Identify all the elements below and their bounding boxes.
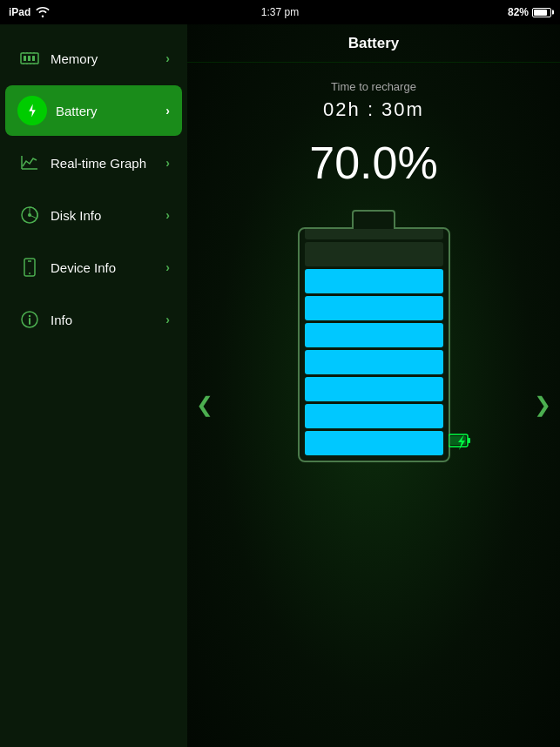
sidebar-item-disk[interactable]: Disk Info › bbox=[5, 190, 182, 240]
nav-arrow-right[interactable]: ❯ bbox=[534, 393, 551, 417]
battery-percent-label: 82% bbox=[508, 6, 529, 18]
disk-chevron: › bbox=[165, 208, 170, 222]
sidebar: Memory › Battery › Real-time Graph bbox=[0, 24, 187, 747]
charging-icon bbox=[449, 433, 475, 452]
realtime-label: Real-time Graph bbox=[51, 156, 165, 171]
top-bar: Battery bbox=[187, 24, 560, 63]
disk-icon bbox=[17, 203, 42, 227]
battery-visual bbox=[298, 210, 450, 462]
memory-label: Memory bbox=[51, 51, 165, 66]
graph-icon bbox=[17, 151, 42, 175]
svg-rect-3 bbox=[32, 56, 35, 61]
wifi-icon bbox=[36, 7, 50, 17]
svg-point-16 bbox=[28, 213, 31, 217]
time-label: Time to recharge bbox=[331, 80, 416, 93]
realtime-chevron: › bbox=[165, 156, 170, 170]
battery-segments bbox=[300, 227, 449, 461]
svg-rect-24 bbox=[468, 438, 470, 443]
device-label: Device Info bbox=[51, 260, 165, 275]
sidebar-item-info[interactable]: Info › bbox=[5, 294, 182, 345]
battery-segment-6 bbox=[305, 377, 443, 401]
svg-point-19 bbox=[29, 273, 30, 274]
sidebar-item-battery[interactable]: Battery › bbox=[5, 85, 182, 136]
info-label: Info bbox=[51, 313, 165, 327]
memory-chevron: › bbox=[165, 51, 170, 65]
battery-segment-5 bbox=[305, 350, 443, 374]
battery-percentage: 70.0% bbox=[309, 137, 437, 189]
info-icon bbox=[17, 307, 42, 332]
time-display: 1:37 pm bbox=[261, 6, 299, 18]
battery-segment-4 bbox=[305, 323, 443, 347]
svg-marker-12 bbox=[29, 104, 36, 118]
battery-segment-8 bbox=[305, 431, 443, 455]
battery-content: ❮ ❯ Time to recharge 02h : 30m 70.0% bbox=[187, 63, 560, 747]
battery-segment-1 bbox=[305, 242, 443, 266]
battery-segment-2 bbox=[305, 269, 443, 293]
battery-nav-icon-circle bbox=[17, 96, 47, 125]
sidebar-item-device[interactable]: Device Info › bbox=[5, 242, 182, 293]
battery-segment-0 bbox=[305, 227, 443, 239]
sidebar-item-realtime[interactable]: Real-time Graph › bbox=[5, 138, 182, 188]
device-label: iPad bbox=[9, 6, 30, 18]
battery-segment-3 bbox=[305, 296, 443, 320]
memory-icon bbox=[17, 46, 42, 71]
status-right: 82% bbox=[508, 6, 551, 18]
battery-status-icon bbox=[532, 8, 551, 17]
time-value: 02h : 30m bbox=[323, 98, 424, 121]
battery-segment-7 bbox=[305, 404, 443, 428]
main-layout: Memory › Battery › Real-time Graph bbox=[0, 24, 560, 747]
svg-rect-1 bbox=[24, 56, 26, 61]
device-chevron: › bbox=[165, 260, 170, 274]
battery-terminal bbox=[352, 210, 395, 229]
battery-chevron: › bbox=[165, 104, 170, 118]
disk-label: Disk Info bbox=[51, 208, 165, 223]
page-title: Battery bbox=[348, 35, 400, 52]
device-icon bbox=[17, 255, 42, 279]
nav-arrow-left[interactable]: ❮ bbox=[196, 393, 213, 417]
info-chevron: › bbox=[165, 313, 170, 326]
svg-rect-2 bbox=[28, 56, 30, 61]
svg-point-21 bbox=[29, 315, 30, 317]
battery-label: Battery bbox=[56, 104, 165, 118]
status-bar: iPad 1:37 pm 82% bbox=[0, 0, 560, 24]
sidebar-item-memory[interactable]: Memory › bbox=[5, 33, 182, 84]
content-area: Battery ❮ ❯ Time to recharge 02h : 30m 7… bbox=[187, 24, 560, 747]
battery-body bbox=[298, 227, 450, 462]
